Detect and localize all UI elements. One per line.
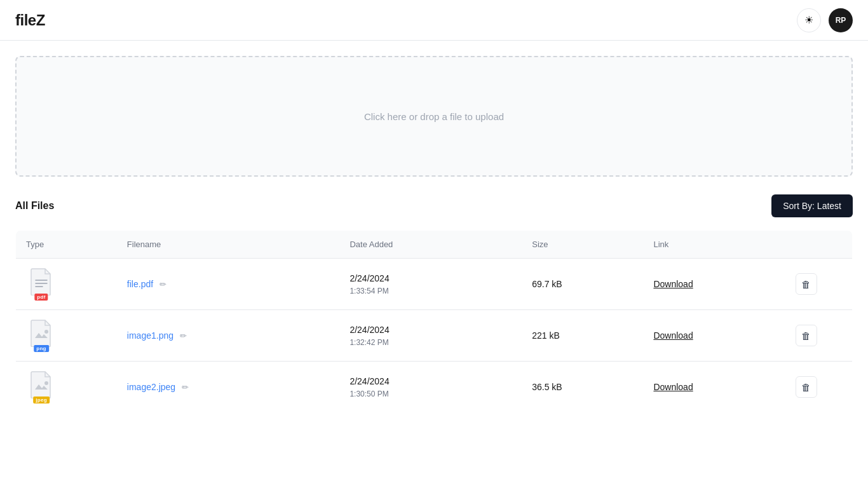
file-icon-jpeg-2: jpeg <box>26 370 57 403</box>
col-header-date: Date Added <box>339 231 522 259</box>
files-table: Type Filename Date Added Size Link pdf <box>15 230 853 413</box>
cell-size-1: 221 kB <box>522 310 643 362</box>
cell-date-2: 2/24/2024 1:30:50 PM <box>339 362 522 413</box>
cell-link-2: Download <box>643 362 785 413</box>
delete-button-2[interactable]: 🗑 <box>796 376 817 398</box>
trash-icon-2: 🗑 <box>801 382 811 393</box>
files-section-title: All Files <box>15 200 54 212</box>
download-link-1[interactable]: Download <box>653 330 693 341</box>
delete-button-1[interactable]: 🗑 <box>796 325 817 346</box>
cell-link-1: Download <box>643 310 785 362</box>
theme-toggle-button[interactable]: ☀ <box>797 8 821 32</box>
sun-icon: ☀ <box>804 14 813 26</box>
file-icon-pdf-0: pdf <box>26 268 57 301</box>
cell-size-0: 69.7 kB <box>522 259 643 310</box>
trash-icon-0: 🗑 <box>801 279 811 290</box>
app-header: fileZ ☀ RP <box>0 0 868 41</box>
table-row: png image1.png ✏ 2/24/2024 1:32:42 PM 22… <box>16 310 853 362</box>
file-badge-2: jpeg <box>33 396 50 403</box>
filename-link-0[interactable]: file.pdf <box>127 279 153 289</box>
time-value-1: 1:32:42 PM <box>349 337 512 348</box>
table-row: jpeg image2.jpeg ✏ 2/24/2024 1:30:50 PM … <box>16 362 853 413</box>
main-content: Click here or drop a file to upload All … <box>0 41 868 428</box>
cell-action-1: 🗑 <box>785 310 853 362</box>
header-actions: ☀ RP <box>797 8 853 32</box>
col-header-type: Type <box>16 231 117 259</box>
cell-filename-1: image1.png ✏ <box>117 310 340 362</box>
cell-date-1: 2/24/2024 1:32:42 PM <box>339 310 522 362</box>
user-initials: RP <box>836 16 846 25</box>
date-value-1: 2/24/2024 <box>349 323 512 337</box>
download-link-2[interactable]: Download <box>653 382 693 392</box>
cell-link-0: Download <box>643 259 785 310</box>
table-body: pdf file.pdf ✏ 2/24/2024 1:33:54 PM 69.7… <box>16 259 853 413</box>
col-header-action <box>785 231 853 259</box>
col-header-link: Link <box>643 231 785 259</box>
cell-action-2: 🗑 <box>785 362 853 413</box>
trash-icon-1: 🗑 <box>801 330 811 341</box>
filename-link-1[interactable]: image1.png <box>127 330 173 341</box>
svg-point-3 <box>44 330 48 334</box>
upload-placeholder-text: Click here or drop a file to upload <box>364 111 504 122</box>
date-value-2: 2/24/2024 <box>349 375 512 388</box>
col-header-filename: Filename <box>117 231 340 259</box>
cell-date-0: 2/24/2024 1:33:54 PM <box>339 259 522 310</box>
delete-button-0[interactable]: 🗑 <box>796 273 817 295</box>
cell-type-0: pdf <box>16 259 117 310</box>
cell-filename-2: image2.jpeg ✏ <box>117 362 340 413</box>
cell-type-1: png <box>16 310 117 362</box>
filename-link-2[interactable]: image2.jpeg <box>127 382 175 392</box>
edit-filename-icon-2[interactable]: ✏ <box>182 383 189 392</box>
time-value-0: 1:33:54 PM <box>349 285 512 297</box>
files-section-header: All Files Sort By: Latest <box>15 194 853 217</box>
cell-filename-0: file.pdf ✏ <box>117 259 340 310</box>
col-header-size: Size <box>522 231 643 259</box>
date-value-0: 2/24/2024 <box>349 272 512 285</box>
table-row: pdf file.pdf ✏ 2/24/2024 1:33:54 PM 69.7… <box>16 259 853 310</box>
edit-filename-icon-1[interactable]: ✏ <box>180 331 187 341</box>
sort-button[interactable]: Sort By: Latest <box>771 194 853 217</box>
user-avatar-button[interactable]: RP <box>829 8 853 32</box>
cell-action-0: 🗑 <box>785 259 853 310</box>
download-link-0[interactable]: Download <box>653 279 693 289</box>
cell-type-2: jpeg <box>16 362 117 413</box>
time-value-2: 1:30:50 PM <box>349 388 512 400</box>
file-badge-1: png <box>34 345 49 352</box>
upload-dropzone[interactable]: Click here or drop a file to upload <box>15 56 853 177</box>
file-badge-0: pdf <box>34 294 48 301</box>
cell-size-2: 36.5 kB <box>522 362 643 413</box>
table-header: Type Filename Date Added Size Link <box>16 231 853 259</box>
edit-filename-icon-0[interactable]: ✏ <box>159 280 166 289</box>
app-logo: fileZ <box>15 11 45 29</box>
svg-point-4 <box>44 381 48 385</box>
file-icon-png-1: png <box>26 319 57 352</box>
